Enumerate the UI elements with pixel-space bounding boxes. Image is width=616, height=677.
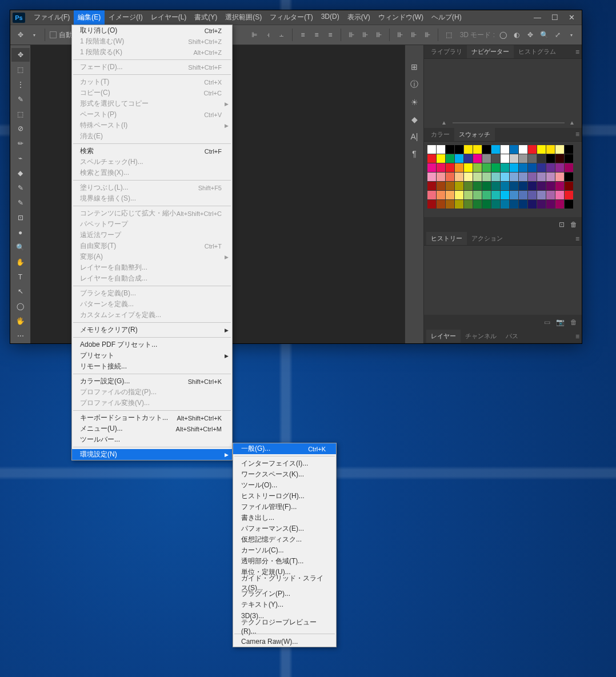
swatch[interactable] [565, 182, 573, 190]
swatch[interactable] [555, 173, 564, 181]
swatch[interactable] [519, 191, 527, 199]
swatch[interactable] [455, 182, 463, 190]
swatch[interactable] [537, 163, 546, 172]
swatch[interactable] [546, 173, 555, 181]
swatch[interactable] [510, 173, 518, 181]
swatch[interactable] [519, 182, 527, 190]
distribute-icon[interactable]: ⊪ [394, 29, 406, 41]
swatch[interactable] [464, 182, 473, 190]
paragraph-icon[interactable]: ¶ [412, 149, 417, 158]
align-icon[interactable]: ⊫ [249, 29, 260, 41]
swatch[interactable] [510, 145, 518, 154]
swatch[interactable] [482, 191, 491, 199]
menu-item[interactable]: 環境設定(N)▶ [72, 449, 232, 460]
swatch[interactable] [482, 163, 491, 172]
zoom-in-icon[interactable]: ▲ [569, 119, 575, 126]
tab-ライブラリ[interactable]: ライブラリ [426, 45, 467, 58]
tab-アクション[interactable]: アクション [467, 232, 507, 245]
swatch[interactable] [473, 182, 482, 190]
swatch[interactable] [546, 163, 555, 172]
maximize-button[interactable]: ☐ [551, 13, 558, 22]
swatch[interactable] [473, 191, 482, 199]
dropdown-icon[interactable]: ▾ [29, 29, 40, 41]
swatch[interactable] [510, 163, 518, 172]
menu-item[interactable]: プリセット▶ [72, 350, 232, 361]
swatch[interactable] [555, 145, 564, 154]
swatch[interactable] [464, 191, 473, 199]
swatch[interactable] [491, 200, 500, 209]
swatch[interactable] [427, 191, 436, 199]
swatch[interactable] [565, 191, 573, 199]
swatch[interactable] [437, 182, 445, 190]
align-icon[interactable]: ≡ [297, 29, 309, 41]
swatch[interactable] [464, 163, 473, 172]
swatch[interactable] [555, 182, 564, 190]
menu-10[interactable]: ヘルプ(H) [427, 10, 466, 25]
swatch[interactable] [455, 145, 463, 154]
swatch[interactable] [528, 163, 537, 172]
3d-scale-icon[interactable]: ⤢ [552, 29, 563, 41]
menu-item[interactable]: 検索Ctrl+F [72, 146, 232, 157]
tab-スウォッチ[interactable]: スウォッチ [454, 128, 495, 141]
swatch[interactable] [473, 163, 482, 172]
menu-1[interactable]: 編集(E) [74, 10, 105, 25]
swatch[interactable] [501, 191, 509, 199]
menu-item[interactable]: プラグイン(P)... [233, 588, 336, 599]
menu-item[interactable]: リモート接続... [72, 361, 232, 372]
menu-item[interactable]: 仮想記憶ディスク... [233, 534, 336, 545]
tool-19[interactable]: ⋯ [11, 329, 30, 343]
swatch[interactable] [464, 154, 473, 163]
3d-icon[interactable]: ⬚ [443, 29, 454, 41]
menu-item[interactable]: Adobe PDF プリセット... [72, 339, 232, 350]
menu-item[interactable]: 取り消し(O)Ctrl+Z [72, 25, 232, 36]
swatch[interactable] [565, 173, 573, 181]
swatch[interactable] [565, 154, 573, 163]
swatch[interactable] [437, 154, 445, 163]
menu-item[interactable]: カラー設定(G)...Shift+Ctrl+K [72, 376, 232, 387]
3d-move-icon[interactable]: ✥ [525, 29, 536, 41]
checkbox-auto[interactable] [50, 31, 57, 38]
swatch[interactable] [555, 154, 564, 163]
swatch[interactable] [455, 191, 463, 199]
swatch[interactable] [491, 154, 500, 163]
menu-item[interactable]: 透明部分・色域(T)... [233, 556, 336, 567]
swatch[interactable] [528, 200, 537, 209]
tool-12[interactable]: ● [11, 226, 30, 239]
tool-16[interactable]: ↖ [11, 285, 30, 299]
swatch[interactable] [546, 145, 555, 154]
swatch[interactable] [464, 200, 473, 209]
swatch[interactable] [528, 191, 537, 199]
distribute-icon[interactable]: ⊪ [408, 29, 419, 41]
swatch[interactable] [446, 163, 454, 172]
tool-1[interactable]: ⬚ [11, 63, 30, 77]
swatch[interactable] [491, 163, 500, 172]
info-icon[interactable]: ⓘ [410, 79, 418, 90]
align-icon[interactable]: ⫞ [262, 29, 274, 41]
swatch[interactable] [464, 173, 473, 181]
new-swatch-icon[interactable]: ⊡ [559, 221, 565, 229]
menu-3[interactable]: レイヤー(L) [147, 10, 191, 25]
swatch[interactable] [437, 173, 445, 181]
tool-17[interactable]: ◯ [11, 299, 30, 313]
swatch[interactable] [491, 191, 500, 199]
close-button[interactable]: ✕ [569, 13, 575, 22]
tool-11[interactable]: ⊡ [11, 211, 30, 225]
swatch[interactable] [473, 173, 482, 181]
swatch[interactable] [491, 145, 500, 154]
distribute-icon[interactable]: ⊪ [373, 29, 385, 41]
menu-item[interactable]: カーソル(C)... [233, 545, 336, 556]
styles-icon[interactable]: ◆ [411, 115, 418, 124]
swatch[interactable] [528, 154, 537, 163]
tab-カラー[interactable]: カラー [426, 128, 454, 141]
tool-15[interactable]: T [11, 270, 30, 284]
swatch[interactable] [427, 200, 436, 209]
swatch[interactable] [427, 173, 436, 181]
menu-item[interactable]: テキスト(Y)... [233, 599, 336, 610]
3d-orbit-icon[interactable]: ◯ [497, 29, 509, 41]
swatch[interactable] [491, 182, 500, 190]
swatch[interactable] [510, 191, 518, 199]
menu-item[interactable]: ワークスペース(K)... [233, 469, 336, 480]
properties-icon[interactable]: ⊞ [411, 62, 418, 71]
swatch[interactable] [501, 163, 509, 172]
menu-5[interactable]: 選択範囲(S) [221, 10, 266, 25]
